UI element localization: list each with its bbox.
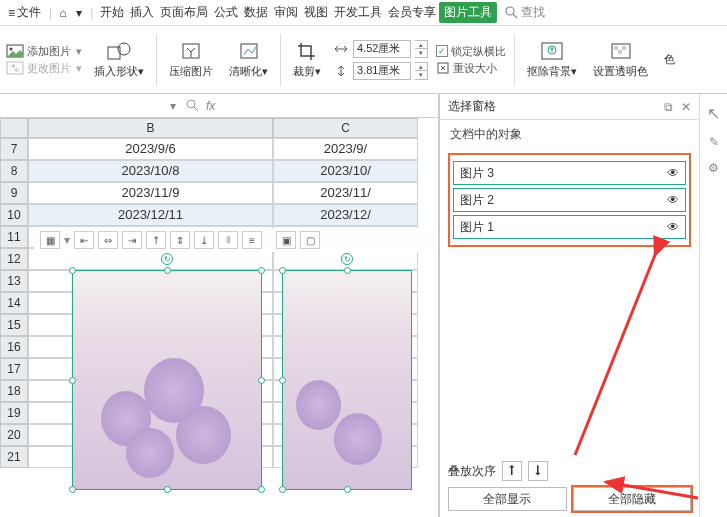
tab-layout[interactable]: 页面布局 xyxy=(157,2,211,23)
pic-tool-1[interactable]: ▦ xyxy=(40,231,60,249)
row-header[interactable]: 11 xyxy=(0,226,28,248)
remove-bg-button[interactable]: 抠除背景▾ xyxy=(523,38,581,81)
tab-member[interactable]: 会员专享 xyxy=(385,2,439,23)
row-header[interactable]: 8 xyxy=(0,160,28,182)
distribute-v[interactable]: ≡ xyxy=(242,231,262,249)
row-header[interactable]: 13 xyxy=(0,270,28,292)
style-tool-icon[interactable]: ✎ xyxy=(709,135,719,149)
row-header[interactable]: 17 xyxy=(0,358,28,380)
embedded-image-1[interactable]: ↻ xyxy=(72,270,262,490)
row-header[interactable]: 10 xyxy=(0,204,28,226)
chevron-down-icon[interactable]: ▾ xyxy=(72,6,86,20)
cell[interactable]: 2023/12/ xyxy=(273,204,418,226)
cell[interactable]: 2023/12/11 xyxy=(28,204,273,226)
row-header[interactable]: 14 xyxy=(0,292,28,314)
tab-dev[interactable]: 开发工具 xyxy=(331,2,385,23)
add-image-button[interactable]: 添加图片▾ xyxy=(6,44,82,59)
compress-button[interactable]: 压缩图片 xyxy=(165,38,217,81)
row-header[interactable]: 16 xyxy=(0,336,28,358)
row-header[interactable]: 19 xyxy=(0,402,28,424)
tab-formula[interactable]: 公式 xyxy=(211,2,241,23)
reset-size-button[interactable]: 重设大小 xyxy=(436,61,506,76)
resize-handle[interactable] xyxy=(258,486,265,493)
settings-tool-icon[interactable]: ⚙ xyxy=(708,161,719,175)
insert-shape-button[interactable]: 插入形状▾ xyxy=(90,38,148,81)
row-header[interactable]: 7 xyxy=(0,138,28,160)
tab-data[interactable]: 数据 xyxy=(241,2,271,23)
object-item[interactable]: 图片 1👁 xyxy=(453,215,686,239)
eye-icon[interactable]: 👁 xyxy=(667,220,679,234)
name-box[interactable]: ▾ xyxy=(0,95,180,117)
eye-icon[interactable]: 👁 xyxy=(667,193,679,207)
cell[interactable]: 2023/9/ xyxy=(273,138,418,160)
hide-all-button[interactable]: 全部隐藏 xyxy=(573,487,692,511)
tab-picture-tools[interactable]: 图片工具 xyxy=(439,2,497,23)
search-icon[interactable] xyxy=(186,99,200,113)
align-bottom[interactable]: ⤓ xyxy=(194,231,214,249)
row-header[interactable]: 9 xyxy=(0,182,28,204)
height-spinner[interactable]: ▴▾ xyxy=(415,62,428,80)
rotate-handle[interactable]: ↻ xyxy=(161,253,173,265)
align-center-h[interactable]: ⇔ xyxy=(98,231,118,249)
transparent-button[interactable]: 设置透明色 xyxy=(589,38,652,81)
resize-handle[interactable] xyxy=(69,486,76,493)
resize-handle[interactable] xyxy=(164,486,171,493)
tab-start[interactable]: 开始 xyxy=(97,2,127,23)
resize-handle[interactable] xyxy=(258,377,265,384)
spreadsheet-grid[interactable]: B C 7 2023/9/6 2023/9/ 8 2023/10/8 2023/… xyxy=(0,118,438,517)
tab-insert[interactable]: 插入 xyxy=(127,2,157,23)
row-header[interactable]: 21 xyxy=(0,446,28,468)
color-button[interactable]: 色 xyxy=(660,50,675,69)
popout-icon[interactable]: ⧉ xyxy=(664,100,673,114)
row-header[interactable]: 15 xyxy=(0,314,28,336)
cell[interactable]: 2023/11/ xyxy=(273,182,418,204)
distribute-h[interactable]: ⫴ xyxy=(218,231,238,249)
cursor-tool-icon[interactable]: ↖ xyxy=(707,104,720,123)
close-icon[interactable]: ✕ xyxy=(681,100,691,114)
align-middle[interactable]: ⇕ xyxy=(170,231,190,249)
corner-cell[interactable] xyxy=(0,118,28,138)
lock-ratio-checkbox[interactable]: ✓锁定纵横比 xyxy=(436,44,506,59)
move-down-button[interactable]: 🠗 xyxy=(528,461,548,481)
align-right[interactable]: ⇥ xyxy=(122,231,142,249)
rotate-handle[interactable]: ↻ xyxy=(341,253,353,265)
eye-icon[interactable]: 👁 xyxy=(667,166,679,180)
move-up-button[interactable]: 🠕 xyxy=(502,461,522,481)
resize-handle[interactable] xyxy=(164,267,171,274)
tab-view[interactable]: 视图 xyxy=(301,2,331,23)
show-all-button[interactable]: 全部显示 xyxy=(448,487,567,511)
ungroup[interactable]: ▢ xyxy=(300,231,320,249)
row-header[interactable]: 18 xyxy=(0,380,28,402)
width-spinner[interactable]: ▴▾ xyxy=(415,40,428,58)
resize-handle[interactable] xyxy=(344,486,351,493)
object-item[interactable]: 图片 2👁 xyxy=(453,188,686,212)
row-header[interactable]: 12 xyxy=(0,248,28,270)
col-header-c[interactable]: C xyxy=(273,118,418,138)
search-button[interactable]: 查找 xyxy=(505,4,545,21)
width-input[interactable]: 4.52厘米 xyxy=(353,40,411,58)
col-header-b[interactable]: B xyxy=(28,118,273,138)
embedded-image-2[interactable]: ↻ xyxy=(282,270,412,490)
align-top[interactable]: ⤒ xyxy=(146,231,166,249)
fx-label[interactable]: fx xyxy=(206,99,215,113)
app-menu-button[interactable]: ≡文件 xyxy=(4,2,45,23)
sharpen-button[interactable]: 清晰化▾ xyxy=(225,38,272,81)
group[interactable]: ▣ xyxy=(276,231,296,249)
align-left[interactable]: ⇤ xyxy=(74,231,94,249)
resize-handle[interactable] xyxy=(279,267,286,274)
cell[interactable]: 2023/10/8 xyxy=(28,160,273,182)
home-icon[interactable]: ⌂ xyxy=(56,6,70,20)
object-item[interactable]: 图片 3👁 xyxy=(453,161,686,185)
resize-handle[interactable] xyxy=(258,267,265,274)
cell[interactable]: 2023/10/ xyxy=(273,160,418,182)
resize-handle[interactable] xyxy=(69,377,76,384)
change-image-button[interactable]: 更改图片▾ xyxy=(6,61,82,76)
resize-handle[interactable] xyxy=(69,267,76,274)
resize-handle[interactable] xyxy=(279,377,286,384)
cell[interactable]: 2023/9/6 xyxy=(28,138,273,160)
tab-review[interactable]: 审阅 xyxy=(271,2,301,23)
row-header[interactable]: 20 xyxy=(0,424,28,446)
resize-handle[interactable] xyxy=(344,267,351,274)
cell[interactable]: 2023/11/9 xyxy=(28,182,273,204)
crop-button[interactable]: 裁剪▾ xyxy=(289,38,325,81)
